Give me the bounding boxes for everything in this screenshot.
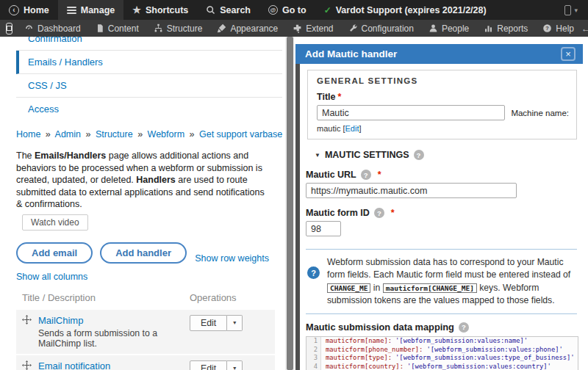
bracket: ]: [359, 124, 362, 133]
scrollbar-thumb[interactable]: [287, 37, 293, 370]
code-key: mauticform[type]:: [326, 354, 392, 361]
info-text: Webform submission data has to correspon…: [327, 257, 570, 280]
toolbar-manage[interactable]: Manage: [58, 0, 124, 20]
admin-menu-bar: Dashboard Content Structure Appearance E…: [0, 20, 588, 37]
handler-description: Sends a form submission to a MailChimp l…: [38, 328, 178, 349]
yaml-code-editor[interactable]: 1mauticform[name]:'[webform_submission:v…: [306, 336, 578, 370]
svg-text:?: ?: [546, 25, 550, 32]
chevron-down-icon: ▾: [233, 319, 236, 326]
table-row: Email notification Sends a webform submi…: [16, 355, 275, 370]
code-line: 4mauticform[country]:'[webform_submissio…: [306, 363, 578, 370]
menu-item-appearance[interactable]: Appearance: [209, 20, 285, 37]
menu-item-people[interactable]: People: [421, 20, 476, 37]
menu-item-configuration[interactable]: Configuration: [341, 20, 421, 37]
menu-label: Reports: [497, 23, 528, 34]
goto-icon: @: [268, 5, 278, 15]
mobile-preview-icon[interactable]: [564, 5, 571, 15]
add-handler-button[interactable]: Add handler: [100, 242, 187, 264]
edit-dropdown-toggle[interactable]: ▾: [227, 360, 243, 370]
help-icon[interactable]: ?: [414, 150, 424, 160]
code-value: '[webform_submission:values:type_of_busi…: [395, 354, 575, 361]
toolbar-search[interactable]: Search: [197, 0, 259, 20]
breadcrumb-separator: »: [137, 129, 143, 139]
add-email-button[interactable]: Add email: [16, 242, 93, 264]
breadcrumb-current[interactable]: Get support varbase: [199, 129, 282, 139]
watch-video-button[interactable]: Watch video: [22, 214, 88, 231]
edit-button[interactable]: Edit: [190, 360, 227, 370]
menu-item-dashboard[interactable]: Dashboard: [17, 20, 88, 37]
code-line: 3mauticform[type]:'[webform_submission:v…: [306, 354, 578, 362]
title-field-label: Title*: [317, 92, 569, 102]
appearance-icon: [217, 23, 226, 33]
breadcrumb-webform[interactable]: Webform: [148, 129, 184, 139]
menu-item-reports[interactable]: Reports: [476, 20, 535, 37]
machine-name-edit-link[interactable]: Edit: [345, 124, 359, 133]
escape-admin-icon[interactable]: [6, 23, 12, 35]
required-mark: *: [378, 170, 381, 180]
toolbar-support-status[interactable]: ✓ Vardot Support (expires 2021/2/28): [315, 0, 495, 20]
help-icon[interactable]: ?: [459, 322, 469, 333]
mautic-url-field: Mautic URL ? *: [306, 170, 578, 198]
table-row: MailChimp Sends a form submission to a M…: [16, 310, 275, 354]
scrollbar-track[interactable]: [285, 37, 294, 370]
actions-row: Add email Add handler Show row weights: [16, 242, 269, 264]
menu-item-help[interactable]: ? Help: [535, 20, 581, 37]
dialog-body: GENERAL SETTINGS Title* Machine name: ma…: [295, 64, 583, 370]
sidebar-item-access[interactable]: Access: [16, 98, 282, 120]
edit-button[interactable]: Edit: [190, 315, 227, 331]
code-line: 2mauticform[phone_number]:'[webform_subm…: [306, 346, 578, 354]
handlers-page: Confirmation Emails / Handlers CSS / JS …: [0, 37, 285, 370]
chevron-down-icon[interactable]: ▾: [574, 7, 578, 14]
menu-item-structure[interactable]: Structure: [146, 20, 210, 37]
toolbar-goto[interactable]: @ Go to: [259, 0, 315, 20]
info-text: in: [370, 283, 382, 293]
general-settings-legend: GENERAL SETTINGS: [317, 76, 569, 85]
breadcrumb-structure[interactable]: Structure: [96, 129, 133, 139]
intro-bold: Handlers: [136, 175, 176, 185]
details-arrow-icon: ▼: [315, 152, 320, 159]
intro-bold: Emails/Handlers: [35, 150, 106, 161]
line-number: 2: [306, 346, 321, 354]
toolbar-home[interactable]: ‹ Home: [0, 0, 58, 20]
breadcrumb-separator: »: [46, 129, 51, 139]
breadcrumb-home[interactable]: Home: [16, 129, 40, 139]
structure-icon: [154, 23, 163, 33]
required-mark: *: [337, 92, 341, 102]
webform-tabs-menu: Confirmation Emails / Handlers CSS / JS …: [16, 37, 282, 120]
mautic-settings-toggle[interactable]: ▼ MAUTIC SETTINGS ?: [315, 150, 578, 160]
sidebar-item-emails-handlers[interactable]: Emails / Handlers: [16, 51, 282, 74]
menu-label: Help: [556, 23, 574, 34]
edit-dropdown-toggle[interactable]: ▾: [227, 315, 243, 331]
show-all-columns-link[interactable]: Show all columns: [16, 272, 87, 282]
mautic-url-input[interactable]: [306, 183, 517, 198]
help-icon: ?: [542, 23, 552, 33]
help-icon[interactable]: ?: [374, 208, 384, 218]
show-row-weights-link[interactable]: Show row weights: [195, 253, 269, 264]
toolbar-home-label: Home: [24, 5, 49, 15]
dialog-title: Add Mautic handler: [305, 48, 397, 59]
title-input[interactable]: [317, 105, 505, 120]
breadcrumb-separator: »: [190, 129, 195, 139]
toolbar-orientation-toggle[interactable]: ←: [581, 24, 588, 33]
page-content: Confirmation Emails / Handlers CSS / JS …: [0, 37, 588, 370]
sidebar-item-css-js[interactable]: CSS / JS: [16, 74, 282, 98]
sidebar-item-confirmation[interactable]: Confirmation: [16, 37, 282, 51]
toolbar-shortcuts[interactable]: ★ Shortcuts: [123, 0, 197, 20]
code-value: '[webform_submission:values:phone]': [426, 346, 562, 353]
help-icon[interactable]: ?: [361, 170, 371, 180]
required-mark: *: [391, 208, 395, 218]
code-key: mauticform[country]:: [326, 363, 404, 370]
machine-name-value: mautic [Edit]: [317, 124, 569, 133]
title-label-text: Title: [317, 92, 335, 102]
code-key: mauticform[name]:: [326, 337, 392, 344]
handler-link-email-notification[interactable]: Email notification: [38, 360, 110, 370]
handler-link-mailchimp[interactable]: MailChimp: [38, 315, 83, 326]
menu-item-extend[interactable]: Extend: [285, 20, 340, 37]
move-icon[interactable]: [22, 315, 32, 324]
menu-item-content[interactable]: Content: [88, 20, 146, 37]
mautic-form-id-input[interactable]: [306, 221, 341, 236]
move-icon[interactable]: [22, 360, 32, 370]
breadcrumb-admin[interactable]: Admin: [55, 129, 81, 139]
dialog-header[interactable]: Add Mautic handler ×: [295, 44, 583, 64]
close-icon[interactable]: ×: [561, 47, 576, 61]
